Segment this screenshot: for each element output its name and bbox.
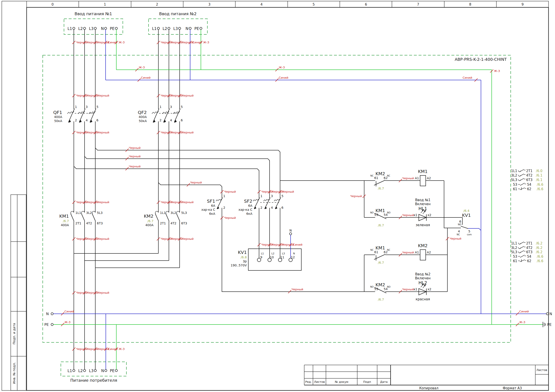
svg-text:Черный: Черный — [182, 237, 193, 241]
component-rating: 50кА — [139, 119, 147, 123]
xref-row: 5L3 6T3/6.1 — [511, 178, 542, 182]
titleblock-col-podp: Подп — [363, 380, 371, 384]
terminal-label: N — [101, 369, 104, 373]
xref-row: 61 62/6.6 — [513, 187, 543, 191]
svg-text:Ж-З: Ж-З — [279, 66, 285, 69]
svg-text:12: 12 — [291, 256, 295, 259]
svg-text:5L3: 5L3 — [511, 250, 517, 254]
svg-text:Черный: Черный — [261, 190, 273, 193]
km2-contact-xref: 1L1 2T1/6.2 3L2 4T2/6.2 5L3 6T3/6.2 53 5… — [511, 241, 543, 263]
cross-ref: /6.8 — [241, 256, 247, 259]
ruler-number: 5 — [313, 2, 315, 7]
km1-contact-xref: 1L1 2T1/6.0 3L2 4T2/6.1 5L3 6T3/6.1 53 5… — [511, 169, 543, 191]
terminal-label: N — [101, 26, 104, 31]
titleblock-sheets: Листов — [536, 368, 548, 372]
svg-text:53: 53 — [513, 255, 517, 259]
svg-text:/6.6: /6.6 — [537, 255, 543, 259]
svg-text:Ж-З: Ж-З — [118, 347, 124, 351]
svg-text:6кА: 6кА — [246, 212, 252, 215]
ruler-number: 3 — [208, 2, 211, 7]
xref-row: 53 54/6.6 — [513, 255, 543, 259]
svg-text:Синий: Синий — [65, 310, 74, 313]
svg-text:5L3: 5L3 — [511, 178, 517, 182]
svg-text:2T1: 2T1 — [526, 241, 533, 245]
svg-text:Включен: Включен — [415, 202, 431, 206]
svg-text:Черный: Черный — [450, 237, 461, 240]
component-rating: 50кА — [54, 119, 62, 123]
svg-text:A2: A2 — [427, 176, 431, 180]
svg-text:Синий: Синий — [192, 41, 202, 44]
terminal-label: L1 — [67, 26, 72, 31]
svg-text:2: 2 — [160, 118, 161, 122]
svg-text:4: 4 — [170, 118, 172, 122]
hl1-lamp: Ввод №1 Включен HL1 x1x2 зеленая — [414, 198, 431, 227]
svg-text:9: 9 — [260, 256, 263, 259]
svg-text:4: 4 — [458, 229, 460, 233]
svg-text:Черный: Черный — [129, 155, 140, 158]
hl2-lamp: Ввод №2 Включен HL2 x1x2 красная — [414, 272, 431, 301]
svg-text:Черный: Черный — [292, 288, 303, 291]
xref-row: 3L2 4T2/6.2 — [511, 246, 542, 250]
svg-text:2: 2 — [75, 118, 77, 122]
svg-text:Черный: Черный — [97, 41, 109, 44]
svg-text:4: 4 — [271, 206, 273, 209]
km2-coil: KM2 A1A2 — [415, 243, 431, 260]
svg-text:Черный: Черный — [97, 200, 109, 204]
svg-text:/6.6: /6.6 — [537, 183, 543, 187]
svg-text:Черный: Черный — [282, 190, 294, 193]
component-label: QF2 — [138, 110, 147, 115]
contactor-pole: 1L12T1 — [71, 211, 81, 225]
svg-text:190..570V: 190..570V — [231, 264, 247, 267]
output-box: Питание потребителя L1 L2 L3 N PE — [61, 362, 126, 383]
svg-text:3: 3 — [86, 105, 88, 109]
svg-text:Ж-З: Ж-З — [118, 41, 124, 44]
ruler-number: 6 — [365, 2, 367, 7]
svg-text:1: 1 — [160, 105, 161, 109]
breaker-pole: 56 — [173, 105, 183, 123]
xref-row: 3L2 4T2/6.1 — [511, 173, 542, 178]
xref-row: 53 54/6.6 — [513, 183, 543, 187]
svg-text:5: 5 — [281, 194, 284, 198]
svg-text:11: 11 — [280, 256, 284, 259]
bus-label-n: N — [549, 312, 552, 316]
svg-text:53: 53 — [513, 183, 517, 187]
svg-text:62: 62 — [527, 259, 531, 263]
svg-text:NO: NO — [370, 286, 373, 288]
svg-text:Черный: Черный — [350, 194, 362, 198]
svg-text:6T3: 6T3 — [97, 221, 103, 225]
svg-text:Синий: Синий — [141, 76, 151, 79]
ground-symbol — [543, 322, 546, 327]
lamp-color-label: зеленая — [416, 223, 430, 227]
component-label: KM2 — [144, 214, 153, 219]
svg-text:5: 5 — [468, 229, 470, 233]
contactor-pole: 3L24T2 — [166, 211, 176, 225]
terminal-label: L2 — [78, 369, 83, 373]
breaker-pole: 34 — [263, 194, 273, 209]
titleblock-col-red: Ред. — [305, 380, 312, 384]
lamp-color-label: красная — [416, 297, 430, 301]
svg-text:/6.2: /6.2 — [536, 246, 542, 250]
breaker-pole: 56 — [89, 105, 98, 123]
svg-text:Ж-З: Ж-З — [65, 321, 71, 324]
breaker-pole: 56 — [274, 194, 284, 209]
ruler-number: 7 — [417, 2, 419, 7]
svg-text:2T1: 2T1 — [526, 169, 533, 173]
ruler-number: 9 — [521, 2, 524, 7]
svg-text:10: 10 — [270, 256, 274, 259]
svg-text:/6.0: /6.0 — [536, 169, 542, 173]
svg-text:3: 3 — [170, 105, 172, 109]
svg-text:5: 5 — [96, 105, 98, 109]
cross-ref: /6.7 — [63, 219, 69, 223]
svg-text:Черный: Черный — [261, 243, 273, 246]
svg-text:Черный: Черный — [97, 237, 109, 241]
svg-text:/6.1: /6.1 — [536, 173, 542, 178]
svg-text:1L1: 1L1 — [511, 241, 517, 245]
cross-ref: /6.7 — [378, 187, 384, 190]
terminal-label: L3 — [89, 369, 94, 373]
svg-text:3L2: 3L2 — [86, 211, 92, 214]
svg-text:Черный: Черный — [97, 291, 109, 294]
svg-text:/6.6: /6.6 — [537, 187, 543, 191]
xref-row: 1L1 2T1/6.0 — [511, 169, 542, 173]
output-title: Питание потребителя — [70, 378, 117, 383]
svg-text:NC: NC — [371, 249, 373, 251]
